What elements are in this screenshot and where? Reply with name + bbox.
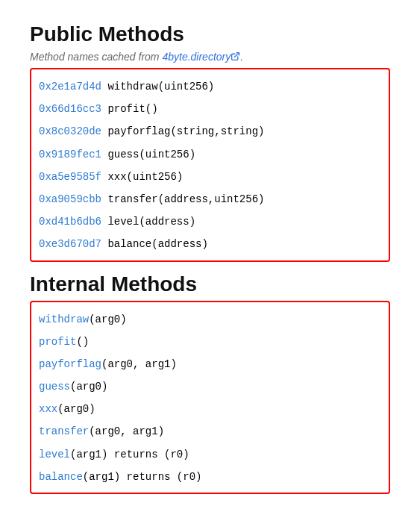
method-args: (arg0) xyxy=(70,381,107,393)
caption-prefix: Method names cached from xyxy=(30,51,162,63)
method-signature: transfer(address,uint256) xyxy=(101,193,264,205)
method-args: () xyxy=(76,336,89,348)
method-selector: 0x2e1a7d4d xyxy=(39,81,101,93)
method-signature: balance(address) xyxy=(101,238,208,250)
internal-methods-heading: Internal Methods xyxy=(30,272,390,296)
method-selector: 0x66d16cc3 xyxy=(39,103,101,115)
method-name: balance xyxy=(39,471,83,483)
method-signature: level(address) xyxy=(101,216,195,228)
method-selector: 0xe3d670d7 xyxy=(39,238,101,250)
method-selector: 0x8c0320de xyxy=(39,125,101,137)
internal-method-row: balance(arg1) returns (r0) xyxy=(39,466,381,488)
external-link-icon xyxy=(231,51,240,63)
method-args: (arg0, arg1) xyxy=(89,425,164,437)
method-name: payforflag xyxy=(39,358,101,370)
public-method-row: 0x8c0320de payforflag(string,string) xyxy=(39,120,381,143)
method-selector: 0xd41b6db6 xyxy=(39,216,101,228)
internal-method-row: profit() xyxy=(39,331,381,353)
public-methods-heading: Public Methods xyxy=(30,22,390,46)
caption-suffix: . xyxy=(240,51,243,63)
method-args: (arg0) xyxy=(57,403,95,415)
internal-methods-box: withdraw(arg0) profit() payforflag(arg0,… xyxy=(30,301,390,495)
method-signature: guess(uint256) xyxy=(101,149,195,160)
public-methods-caption: Method names cached from 4byte.directory… xyxy=(30,51,390,63)
method-signature: withdraw(uint256) xyxy=(101,81,214,93)
public-method-row: 0xa5e9585f xxx(uint256) xyxy=(39,166,381,188)
method-signature: xxx(uint256) xyxy=(101,171,183,183)
internal-method-row: withdraw(arg0) xyxy=(39,308,381,331)
public-method-row: 0x9189fec1 guess(uint256) xyxy=(39,143,381,166)
method-selector: 0xa5e9585f xyxy=(39,171,101,183)
method-args: (arg0) xyxy=(89,313,126,325)
method-name: xxx xyxy=(39,403,57,415)
method-name: withdraw xyxy=(39,313,89,325)
internal-method-row: payforflag(arg0, arg1) xyxy=(39,353,381,375)
internal-method-row: transfer(arg0, arg1) xyxy=(39,420,381,443)
fourbyte-link[interactable]: 4byte.directory xyxy=(162,51,240,63)
method-name: level xyxy=(39,449,70,460)
internal-method-row: xxx(arg0) xyxy=(39,398,381,420)
method-name: transfer xyxy=(39,425,89,437)
public-methods-box: 0x2e1a7d4d withdraw(uint256) 0x66d16cc3 … xyxy=(30,68,390,262)
method-selector: 0xa9059cbb xyxy=(39,193,101,205)
method-name: profit xyxy=(39,336,76,348)
method-args: (arg0, arg1) xyxy=(101,358,177,370)
method-name: guess xyxy=(39,381,70,393)
public-method-row: 0xe3d670d7 balance(address) xyxy=(39,233,381,255)
public-method-row: 0xa9059cbb transfer(address,uint256) xyxy=(39,188,381,210)
public-method-row: 0xd41b6db6 level(address) xyxy=(39,210,381,233)
method-signature: payforflag(string,string) xyxy=(101,125,264,137)
internal-method-row: guess(arg0) xyxy=(39,375,381,398)
public-method-row: 0x2e1a7d4d withdraw(uint256) xyxy=(39,75,381,98)
method-args: (arg1) returns (r0) xyxy=(70,449,189,460)
internal-method-row: level(arg1) returns (r0) xyxy=(39,443,381,466)
svg-line-0 xyxy=(235,53,239,57)
method-args: (arg1) returns (r0) xyxy=(83,471,202,483)
public-method-row: 0x66d16cc3 profit() xyxy=(39,98,381,120)
method-selector: 0x9189fec1 xyxy=(39,149,101,160)
method-signature: profit() xyxy=(101,103,158,115)
